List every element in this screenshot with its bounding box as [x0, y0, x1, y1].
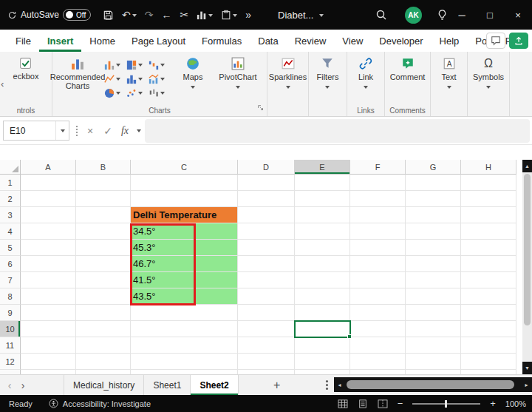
name-box[interactable]: E10: [3, 121, 69, 141]
chart-waterfall-button[interactable]: [149, 58, 171, 72]
select-all-corner[interactable]: [0, 160, 21, 175]
tab-review[interactable]: Review: [287, 30, 335, 52]
formula-input[interactable]: [145, 119, 530, 143]
cell-D3[interactable]: [238, 207, 295, 223]
chart-statistic-button[interactable]: [126, 72, 149, 86]
cell-B11[interactable]: [76, 337, 131, 354]
search-button[interactable]: [375, 9, 387, 21]
fill-handle[interactable]: [347, 334, 352, 339]
symbols-button[interactable]: Ω Symbols: [473, 56, 504, 104]
cell-B5[interactable]: [76, 240, 131, 256]
sheet-tab-sheet1[interactable]: Sheet1: [144, 375, 191, 395]
cell-C1[interactable]: [131, 175, 238, 191]
cell-E1[interactable]: [295, 175, 350, 191]
cell-G8[interactable]: [406, 288, 461, 305]
chart-line-button[interactable]: [104, 72, 126, 86]
cell-A1[interactable]: [21, 175, 76, 191]
back-button[interactable]: ←: [162, 10, 172, 20]
share-button[interactable]: [509, 33, 528, 49]
chart-pie-button[interactable]: [104, 86, 126, 100]
formula-bar-handle[interactable]: [76, 126, 78, 136]
cell-F12[interactable]: [350, 354, 406, 370]
cell-G3[interactable]: [406, 207, 461, 223]
link-button[interactable]: Link: [358, 56, 373, 104]
scroll-down-icon[interactable]: ▼: [522, 362, 532, 374]
new-sheet-button[interactable]: +: [270, 379, 284, 392]
enter-button[interactable]: ✓: [100, 124, 115, 138]
cell-A5[interactable]: [21, 240, 76, 256]
scroll-up-icon[interactable]: ▲: [522, 160, 532, 172]
autosave-switch[interactable]: Off: [63, 9, 91, 21]
cell-E8[interactable]: [295, 288, 350, 305]
cell-E9[interactable]: [295, 305, 350, 321]
cell-C9[interactable]: [131, 305, 238, 321]
column-header-E[interactable]: E: [295, 160, 350, 175]
cell-E7[interactable]: [295, 272, 350, 288]
autosave-toggle[interactable]: AutoSave Off: [7, 9, 91, 21]
row-header-11[interactable]: 11: [0, 337, 21, 354]
cell-G7[interactable]: [406, 272, 461, 288]
accessibility-status[interactable]: Accessibility: Investigate: [49, 399, 151, 408]
cell-D1[interactable]: [238, 175, 295, 191]
text-button[interactable]: A Text: [441, 56, 456, 104]
pivotchart-button[interactable]: PivotChart: [215, 56, 261, 104]
row-header-9[interactable]: 9: [0, 305, 21, 321]
comments-button[interactable]: [486, 33, 505, 49]
cell-G5[interactable]: [406, 240, 461, 256]
zoom-in-button[interactable]: +: [490, 398, 496, 409]
filters-button[interactable]: Filters: [317, 56, 339, 104]
zoom-out-button[interactable]: −: [398, 398, 403, 409]
cell-A11[interactable]: [21, 337, 76, 354]
cell-E3[interactable]: [295, 207, 350, 223]
cell-A12[interactable]: [21, 354, 76, 370]
zoom-level[interactable]: 100%: [505, 399, 526, 408]
cell-G1[interactable]: [406, 175, 461, 191]
cell-B6[interactable]: [76, 256, 131, 272]
chart-column-button[interactable]: [104, 58, 126, 72]
cell-D2[interactable]: [238, 191, 295, 207]
tab-formulas[interactable]: Formulas: [194, 30, 250, 52]
sparklines-button[interactable]: Sparklines: [269, 56, 307, 104]
vertical-scroll-track[interactable]: [522, 172, 532, 362]
cell-C12[interactable]: [131, 354, 238, 370]
column-header-F[interactable]: F: [350, 160, 406, 175]
cell-H10[interactable]: [461, 321, 516, 337]
new-comment-button[interactable]: Comment: [390, 56, 426, 104]
cell-F8[interactable]: [350, 288, 406, 305]
cell-D8[interactable]: [238, 288, 295, 305]
cell-A2[interactable]: [21, 191, 76, 207]
whats-new-button[interactable]: [437, 9, 448, 21]
chart-hierarchy-button[interactable]: [126, 58, 149, 72]
tab-file[interactable]: File: [7, 30, 39, 52]
tab-page-layout[interactable]: Page Layout: [123, 30, 194, 52]
sheet-more-button[interactable]: [326, 384, 328, 386]
document-title-button[interactable]: Diabet...: [278, 0, 324, 30]
row-header-2[interactable]: 2: [0, 191, 21, 207]
qat-overflow-button[interactable]: »: [245, 10, 251, 20]
cell-B4[interactable]: [76, 223, 131, 240]
row-header-4[interactable]: 4: [0, 223, 21, 240]
row-header-5[interactable]: 5: [0, 240, 21, 256]
cell-F5[interactable]: [350, 240, 406, 256]
cell-E6[interactable]: [295, 256, 350, 272]
maximize-button[interactable]: □: [476, 0, 504, 30]
cell-H11[interactable]: [461, 337, 516, 354]
paste-button[interactable]: [221, 10, 237, 20]
vertical-scrollbar[interactable]: ▲ ▼: [522, 160, 532, 374]
cell-A6[interactable]: [21, 256, 76, 272]
cancel-button[interactable]: ×: [83, 124, 98, 138]
chart-stock-button[interactable]: [149, 86, 171, 100]
redo-button[interactable]: ↷: [145, 10, 154, 20]
row-header-12[interactable]: 12: [0, 354, 21, 370]
cell-D6[interactable]: [238, 256, 295, 272]
cell-G11[interactable]: [406, 337, 461, 354]
vertical-scroll-thumb[interactable]: [524, 174, 531, 325]
cell-H9[interactable]: [461, 305, 516, 321]
cell-C2[interactable]: [131, 191, 238, 207]
chart-scatter-button[interactable]: [126, 86, 149, 100]
cell-E12[interactable]: [295, 354, 350, 370]
cell-B10[interactable]: [76, 321, 131, 337]
row-header-7[interactable]: 7: [0, 272, 21, 288]
cell-F9[interactable]: [350, 305, 406, 321]
row-header-6[interactable]: 6: [0, 256, 21, 272]
